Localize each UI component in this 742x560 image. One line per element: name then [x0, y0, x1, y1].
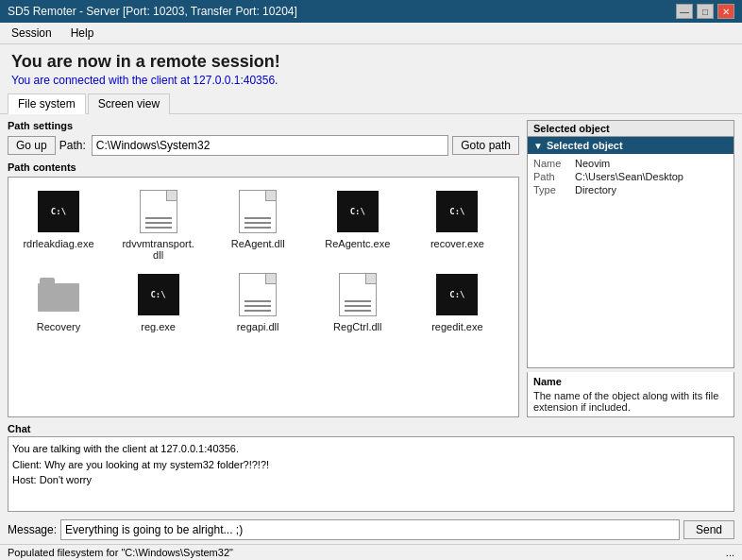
session-subtitle: You are connected with the client at 127… [11, 74, 731, 87]
path-input[interactable] [92, 135, 449, 156]
maximize-button[interactable]: □ [697, 4, 714, 19]
prop-type-row: Type Directory [533, 184, 728, 195]
file-grid: C:\rdrleakdiag.exe rdvvmtransport.dll [8, 178, 518, 344]
file-name: RegCtrl.dll [333, 321, 381, 332]
file-item[interactable]: regapi.dll [215, 268, 300, 336]
selected-object-title-row: ▼ Selected object [528, 137, 734, 154]
prop-path-row: Path C:\Users\Sean\Desktop [533, 171, 728, 182]
file-grid-container[interactable]: C:\rdrleakdiag.exe rdvvmtransport.dll [8, 177, 519, 417]
name-info-desc: The name of the object along with its fi… [533, 390, 728, 413]
main-content: Path settings Go up Path: Goto path Path… [0, 114, 742, 423]
file-name: Recovery [37, 321, 80, 332]
client-address: 127.0.0.1:40356 [193, 74, 275, 87]
name-info-title: Name [533, 376, 728, 387]
file-item[interactable]: C:\rdrleakdiag.exe [16, 185, 101, 264]
file-icon-exe: C:\ [136, 272, 181, 317]
right-panel: Selected object ▼ Selected object Name N… [527, 120, 734, 417]
prop-type-val: Directory [575, 184, 616, 195]
file-name: rdrleakdiag.exe [23, 238, 93, 249]
file-item[interactable]: Recovery [16, 268, 101, 336]
file-icon-exe: C:\ [434, 189, 480, 234]
path-label: Path: [59, 139, 86, 152]
file-item[interactable]: C:\reg.exe [116, 268, 201, 336]
file-icon-dll [235, 189, 280, 234]
path-contents-label: Path contents [8, 161, 519, 173]
name-info-box: Name The name of the object along with i… [527, 372, 734, 417]
file-item[interactable]: C:\regedit.exe [414, 268, 499, 336]
chat-line: Host: Don't worry [12, 472, 730, 488]
selected-object-header: Selected object [527, 120, 734, 136]
path-settings-label: Path settings [8, 120, 519, 131]
session-title: You are now in a remote session! [11, 52, 731, 72]
chat-log: You are talking with the client at 127.0… [8, 436, 734, 512]
file-name: ReAgent.dll [231, 238, 285, 249]
message-input[interactable] [60, 519, 680, 540]
window-controls: — □ ✕ [676, 4, 734, 19]
file-icon-dll [335, 272, 380, 317]
file-icon-folder [36, 272, 81, 317]
message-bar: Message: Send [0, 516, 742, 544]
file-name: ReAgentc.exe [325, 238, 390, 249]
file-icon-exe: C:\ [434, 272, 480, 317]
title-bar: SD5 Remoter - Server [Port: 10203, Trans… [0, 0, 742, 23]
file-icon-dll [136, 189, 181, 234]
session-subtitle-text: You are connected with the client at [11, 74, 193, 87]
selected-object-title: Selected object [547, 140, 623, 151]
message-label: Message: [8, 523, 57, 536]
prop-type-key: Type [533, 184, 571, 195]
status-bar: Populated filesystem for "C:\Windows\Sys… [0, 544, 742, 560]
chat-section: Chat You are talking with the client at … [0, 423, 742, 516]
prop-path-key: Path [533, 171, 571, 182]
prop-name-val: Neovim [575, 158, 610, 169]
file-item[interactable]: rdvvmtransport.dll [116, 185, 201, 264]
chat-line: Client: Why are you looking at my system… [12, 457, 730, 473]
file-item[interactable]: C:\recover.exe [414, 185, 499, 264]
file-item[interactable]: ReAgent.dll [215, 185, 300, 264]
status-dots: ... [726, 547, 734, 558]
expand-arrow-icon: ▼ [533, 141, 543, 151]
chat-label: Chat [8, 423, 734, 434]
tab-filesystem[interactable]: File system [8, 93, 86, 114]
file-name: regapi.dll [237, 321, 279, 332]
left-panel: Path settings Go up Path: Goto path Path… [8, 120, 519, 417]
status-text: Populated filesystem for "C:\Windows\Sys… [8, 547, 233, 558]
prop-name-key: Name [533, 158, 571, 169]
file-item[interactable]: RegCtrl.dll [315, 268, 400, 336]
selected-object-props: Name Neovim Path C:\Users\Sean\Desktop T… [528, 154, 734, 201]
menu-help[interactable]: Help [67, 25, 98, 42]
selected-object-box: ▼ Selected object Name Neovim Path C:\Us… [527, 136, 734, 368]
chat-line: You are talking with the client at 127.0… [12, 441, 730, 457]
go-up-button[interactable]: Go up [8, 136, 56, 155]
window-title: SD5 Remoter - Server [Port: 10203, Trans… [8, 5, 297, 18]
tab-bar: File system Screen view [0, 93, 742, 114]
menu-bar: Session Help [0, 23, 742, 44]
file-icon-exe: C:\ [36, 189, 81, 234]
session-header: You are now in a remote session! You are… [0, 44, 742, 93]
file-name: rdvvmtransport.dll [120, 238, 197, 261]
minimize-button[interactable]: — [676, 4, 693, 19]
path-bar: Go up Path: Goto path [8, 135, 519, 156]
file-icon-dll [235, 272, 280, 317]
prop-path-val: C:\Users\Sean\Desktop [575, 171, 683, 182]
menu-session[interactable]: Session [8, 25, 56, 42]
send-button[interactable]: Send [683, 520, 734, 539]
file-name: reg.exe [141, 321, 176, 332]
close-button[interactable]: ✕ [717, 4, 734, 19]
file-name: regedit.exe [431, 321, 482, 332]
file-name: recover.exe [430, 238, 484, 249]
tab-screenview[interactable]: Screen view [88, 93, 170, 114]
goto-path-button[interactable]: Goto path [452, 136, 519, 155]
file-item[interactable]: C:\ReAgentc.exe [315, 185, 400, 264]
prop-name-row: Name Neovim [533, 158, 728, 169]
file-icon-exe: C:\ [335, 189, 380, 234]
